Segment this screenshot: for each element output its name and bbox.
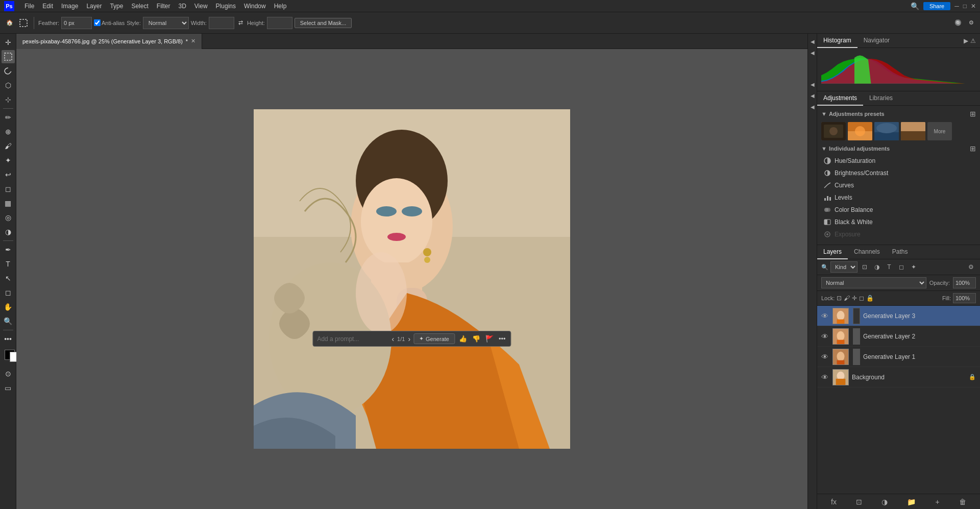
window-close[interactable]: ✕ (971, 3, 976, 10)
layer-row-gen2[interactable]: 👁 Generative Layer 2 (817, 326, 980, 347)
color-picker-button[interactable]: 🔘 (952, 18, 964, 27)
histogram-warning-button[interactable]: ⚠ (970, 37, 976, 44)
lock-transparent-button[interactable]: ⊡ (837, 295, 842, 302)
filter-shape-button[interactable]: ◻ (896, 262, 906, 272)
anti-alias-checkbox[interactable] (94, 19, 101, 26)
preset-2[interactable] (848, 122, 872, 140)
zoom-tool[interactable]: 🔍 (2, 314, 15, 328)
screen-mode[interactable]: ▭ (2, 381, 15, 395)
color-balance-item[interactable]: Color Balance (821, 204, 976, 216)
layer-kind-select[interactable]: Kind (830, 261, 857, 273)
presets-collapse-icon[interactable]: ▼ (821, 111, 827, 117)
share-button[interactable]: Share (923, 2, 950, 10)
toggle-panel-1[interactable]: ◀ (809, 38, 816, 45)
document-tab[interactable]: pexels-pixabay-458766.jpg @ 25% (Generat… (16, 34, 202, 49)
quick-select-tool[interactable]: ⬡ (2, 79, 15, 92)
toggle-panel-2[interactable]: ◀ (809, 49, 816, 56)
feather-input[interactable] (61, 17, 92, 29)
prompt-input[interactable] (317, 335, 388, 343)
preset-1[interactable] (821, 122, 846, 140)
lock-position-button[interactable]: ✛ (852, 295, 857, 302)
create-layer-button[interactable]: + (936, 498, 940, 506)
navigator-tab[interactable]: Navigator (857, 34, 896, 48)
path-select-tool[interactable]: ↖ (2, 272, 15, 285)
menu-select[interactable]: Select (131, 3, 148, 10)
preset-more[interactable]: More (927, 122, 952, 140)
history-brush-tool[interactable]: ↩ (2, 168, 15, 181)
add-layer-mask-button[interactable]: ⊡ (856, 498, 862, 506)
pen-tool[interactable]: ✒ (2, 243, 15, 256)
delete-layer-button[interactable]: 🗑 (959, 498, 966, 506)
hand-tool[interactable]: ✋ (2, 300, 15, 313)
canvas-settings-button[interactable]: ⚙ (967, 18, 976, 27)
brush-tool[interactable]: 🖌 (2, 139, 15, 153)
shape-tool[interactable]: ◻ (2, 286, 15, 299)
add-layer-style-button[interactable]: fx (831, 498, 837, 506)
layers-tab[interactable]: Layers (817, 245, 848, 259)
marquee-tool-options[interactable] (17, 18, 30, 28)
blend-mode-select[interactable]: Normal (821, 277, 926, 288)
curves-item[interactable]: Curves (821, 179, 976, 191)
create-group-button[interactable]: 📁 (907, 498, 916, 506)
menu-3d[interactable]: 3D (178, 3, 186, 10)
menu-window[interactable]: Window (244, 3, 266, 10)
layer-filter-toggle[interactable]: ⚙ (966, 262, 976, 272)
layer-row-gen3[interactable]: 👁 Generative Layer 3 (817, 306, 980, 326)
black-white-item[interactable]: Black & White (821, 216, 976, 228)
adjustments-tab[interactable]: Adjustments (817, 91, 863, 106)
exposure-item[interactable]: Exposure (821, 228, 976, 240)
toggle-panel-5[interactable]: ◀ (809, 103, 816, 110)
tab-close-button[interactable]: ✕ (191, 38, 195, 44)
lock-pixels-button[interactable]: 🖌 (844, 295, 850, 302)
marquee-tool[interactable] (2, 50, 15, 63)
select-mask-button[interactable]: Select and Mask... (295, 18, 352, 28)
paths-tab[interactable]: Paths (886, 245, 914, 259)
add-adjustment-button[interactable]: ⊞ (970, 144, 976, 153)
brightness-contrast-item[interactable]: Brightness/Contrast (821, 167, 976, 179)
flag-button[interactable]: 🚩 (484, 334, 495, 344)
lock-artboard-button[interactable]: ◻ (859, 295, 864, 302)
menu-view[interactable]: View (194, 3, 208, 10)
crop-tool[interactable]: ⊹ (2, 93, 15, 106)
more-options-button[interactable]: ••• (498, 334, 507, 344)
eraser-tool[interactable]: ◻ (2, 182, 15, 196)
quick-mask-mode[interactable]: ⊙ (2, 367, 15, 380)
style-select[interactable]: Normal Fixed Ratio Fixed Size (143, 17, 189, 29)
menu-help[interactable]: Help (274, 3, 287, 10)
width-input[interactable] (209, 17, 234, 29)
individual-collapse-icon[interactable]: ▼ (821, 146, 827, 152)
generate-button[interactable]: ✦ Generate (413, 333, 455, 344)
blur-tool[interactable]: ◎ (2, 211, 15, 224)
menu-file[interactable]: File (24, 3, 34, 10)
window-maximize[interactable]: □ (963, 3, 967, 10)
toggle-panel-3[interactable]: ◀ (809, 81, 816, 88)
gradient-tool[interactable]: ▦ (2, 197, 15, 210)
swap-dimensions-button[interactable]: ⇄ (236, 18, 245, 27)
filter-smart-button[interactable]: ✦ (909, 262, 919, 272)
more-tools[interactable]: ••• (2, 332, 15, 346)
histogram-play-button[interactable]: ▶ (964, 37, 968, 44)
channels-tab[interactable]: Channels (848, 245, 886, 259)
menu-plugins[interactable]: Plugins (216, 3, 236, 10)
thumbs-up-button[interactable]: 👍 (458, 334, 468, 344)
menu-filter[interactable]: Filter (157, 3, 170, 10)
height-input[interactable] (267, 17, 292, 29)
search-icon[interactable]: 🔍 (911, 2, 919, 10)
layer-row-gen1[interactable]: 👁 Generative Layer 1 (817, 347, 980, 367)
text-tool[interactable]: T (2, 257, 15, 271)
levels-item[interactable]: Levels (821, 191, 976, 204)
filter-type-button[interactable]: T (884, 262, 894, 272)
histogram-tab[interactable]: Histogram (817, 34, 857, 48)
layer-row-bg[interactable]: 👁 Background 🔒 (817, 367, 980, 387)
dodge-tool[interactable]: ◑ (2, 225, 15, 238)
healing-brush-tool[interactable]: ⊕ (2, 125, 15, 138)
fill-input[interactable] (953, 293, 976, 303)
filter-adjustment-button[interactable]: ◑ (872, 262, 882, 272)
menu-edit[interactable]: Edit (42, 3, 53, 10)
layer-visibility-gen2[interactable]: 👁 (821, 332, 829, 341)
menu-image[interactable]: Image (61, 3, 78, 10)
menu-type[interactable]: Type (110, 3, 123, 10)
prompt-prev-button[interactable]: ‹ (391, 335, 394, 343)
menu-layer[interactable]: Layer (86, 3, 102, 10)
move-tool[interactable]: ✛ (2, 36, 15, 49)
